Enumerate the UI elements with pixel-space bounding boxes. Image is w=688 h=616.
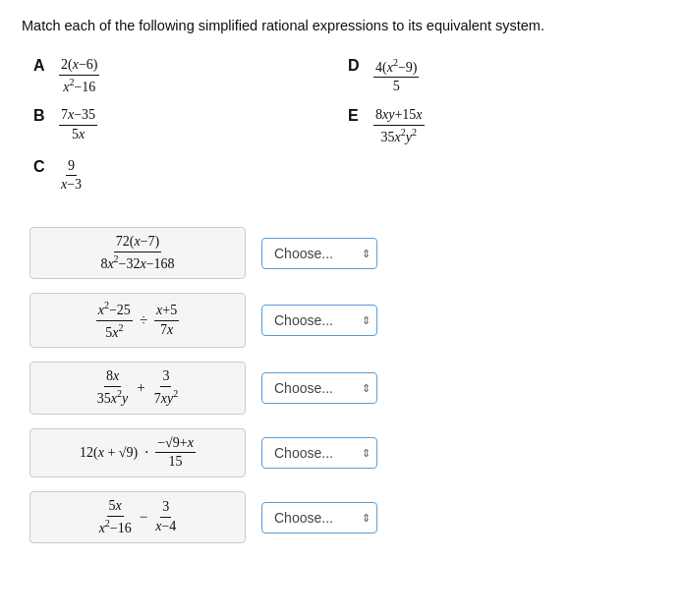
match-row-4: 12(x + √9) · −√9+x 15 Choose... A B C D … [29, 424, 659, 482]
expr-label-B: B [33, 107, 51, 125]
choose-wrapper-5[interactable]: Choose... A B C D E [261, 502, 377, 533]
expr-label-E: E [348, 107, 366, 125]
expr-item-B: B 7x−35 5x [29, 101, 344, 151]
expr-label-A: A [33, 57, 51, 75]
matching-rows: 72(x−7) 8x2−32x−168 Choose... A B C D E … [22, 223, 666, 547]
expr-item-E: E 8xy+15x 35x2y2 [344, 101, 659, 151]
choose-wrapper-2[interactable]: Choose... A B C D E [261, 305, 377, 336]
match-expr-4: 12(x + √9) · −√9+x 15 [29, 428, 246, 478]
choose-select-2[interactable]: Choose... A B C D E [261, 305, 377, 336]
expr-fraction-C: 9 x−3 [59, 158, 84, 195]
match-expr-5: 5x x2−16 − 3 x−4 [29, 491, 246, 543]
match-row-5: 5x x2−16 − 3 x−4 Choose... A B C D E [29, 487, 659, 547]
choose-select-1[interactable]: Choose... A B C D E [261, 238, 377, 269]
instructions: Match each of the following simplified r… [22, 18, 666, 33]
match-row-1: 72(x−7) 8x2−32x−168 Choose... A B C D E [29, 223, 659, 283]
expr-label-D: D [348, 57, 366, 75]
expressions-grid: A 2(x−6) x2−16 D 4(x2−9) 5 B 7x−35 5x E … [22, 51, 666, 199]
choose-select-5[interactable]: Choose... A B C D E [261, 502, 377, 533]
match-row-3: 8x 35x2y + 3 7xy2 Choose... A B C D E [29, 358, 659, 418]
expr-item-A: A 2(x−6) x2−16 [29, 51, 344, 101]
expr-item-D: D 4(x2−9) 5 [344, 51, 659, 101]
match-row-2: x2−25 5x2 ÷ x+5 7x Choose... A B C D E [29, 289, 659, 352]
expr-fraction-B: 7x−35 5x [59, 107, 97, 143]
expr-fraction-D: 4(x2−9) 5 [373, 57, 419, 95]
expr-label-C: C [33, 158, 51, 176]
choose-select-4[interactable]: Choose... A B C D E [261, 437, 377, 469]
match-expr-1: 72(x−7) 8x2−32x−168 [29, 227, 246, 279]
match-expr-3: 8x 35x2y + 3 7xy2 [29, 362, 246, 414]
choose-wrapper-3[interactable]: Choose... A B C D E [261, 372, 377, 404]
match-expr-2: x2−25 5x2 ÷ x+5 7x [29, 293, 246, 348]
expr-fraction-E: 8xy+15x 35x2y2 [373, 107, 425, 145]
choose-select-3[interactable]: Choose... A B C D E [261, 372, 377, 404]
expr-fraction-A: 2(x−6) x2−16 [59, 57, 99, 95]
expr-item-C: C 9 x−3 [29, 152, 344, 200]
choose-wrapper-1[interactable]: Choose... A B C D E [261, 238, 377, 269]
choose-wrapper-4[interactable]: Choose... A B C D E [261, 437, 377, 469]
